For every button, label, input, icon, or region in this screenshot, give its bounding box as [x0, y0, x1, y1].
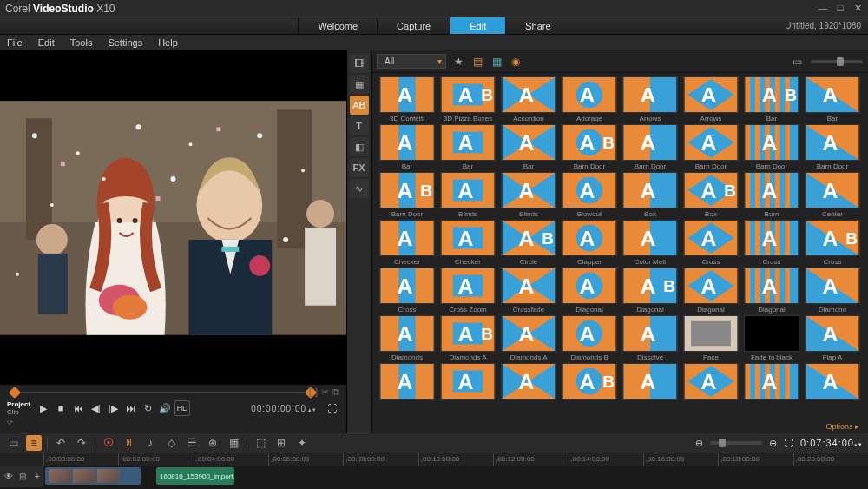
transition-thumb[interactable]: ABCircle — [500, 220, 557, 266]
sidecat-paths[interactable]: ∿ — [350, 179, 369, 198]
menu-help[interactable]: Help — [155, 37, 181, 48]
tab-capture[interactable]: Capture — [377, 17, 450, 34]
tab-share[interactable]: Share — [505, 17, 569, 34]
transition-thumb[interactable]: ABBar — [743, 76, 800, 122]
tab-welcome[interactable]: Welcome — [298, 17, 377, 34]
transition-thumb[interactable]: ACenter — [804, 172, 861, 218]
transition-thumb[interactable]: ABar — [439, 124, 496, 170]
transition-thumb[interactable]: ABarn Door — [743, 124, 800, 170]
transition-thumb[interactable]: ABox — [621, 172, 679, 218]
next-frame-button[interactable]: ⏭ — [122, 400, 138, 416]
storyboard-view-button[interactable]: ▭ — [5, 435, 21, 451]
transition-thumb[interactable]: AFlap A — [804, 315, 861, 361]
undo-button[interactable]: ↶ — [53, 435, 69, 451]
transition-thumb[interactable]: AChecker — [439, 220, 496, 266]
timeline-view-button[interactable]: ≡ — [26, 435, 42, 451]
loop-button[interactable]: ↻ — [140, 400, 155, 416]
transition-thumb[interactable]: AClapper — [561, 220, 618, 266]
fit-button[interactable]: ⛶ — [784, 438, 793, 448]
transition-thumb[interactable]: ADiamond — [804, 268, 861, 314]
menu-settings[interactable]: Settings — [104, 37, 146, 48]
close-icon[interactable]: ✕ — [852, 3, 863, 14]
mode-shuttle-icon[interactable]: ⟳ — [7, 418, 339, 426]
track-motion-button[interactable]: ⊕ — [205, 435, 220, 451]
transition-thumb[interactable]: ADiagonal — [561, 268, 618, 314]
settings-button[interactable]: ✦ — [294, 435, 310, 451]
track-head-video[interactable]: 👁 ⊞ + — [0, 466, 43, 487]
transition-thumb[interactable]: A — [500, 363, 557, 401]
snapshot-icon[interactable]: ⧉ — [332, 387, 339, 398]
sidecat-filters[interactable]: FX — [350, 158, 369, 177]
mark-in-icon[interactable]: [ — [309, 387, 312, 398]
transition-thumb[interactable]: ACross Zoom — [439, 268, 496, 314]
transition-thumb[interactable]: ABlinds — [439, 172, 496, 218]
scrub-handle-start[interactable] — [9, 387, 21, 399]
transition-thumb[interactable]: AAccordion — [500, 76, 557, 122]
transition-thumb[interactable]: A — [378, 363, 436, 401]
favorite-icon[interactable]: ★ — [451, 55, 465, 69]
zoom-out-button[interactable]: ⊖ — [695, 438, 703, 449]
transition-thumb[interactable]: AArrows — [682, 76, 740, 122]
zoom-in-button[interactable]: ⊕ — [769, 438, 777, 449]
transition-thumb[interactable]: ABurn — [743, 172, 800, 218]
transition-thumb[interactable]: ABar — [804, 76, 861, 122]
tab-edit[interactable]: Edit — [450, 17, 505, 34]
group-button[interactable]: ⊞ — [273, 435, 289, 451]
gallery-expand-icon[interactable]: ▭ — [790, 55, 804, 69]
transition-thumb[interactable]: ACross — [743, 220, 800, 266]
thumb-zoom-slider[interactable] — [811, 60, 863, 63]
sidecat-media[interactable]: 🎞 — [350, 54, 369, 73]
rewind-button[interactable]: ◀| — [88, 400, 103, 416]
3d-button[interactable]: ⬚ — [253, 435, 268, 451]
sidecat-graphics[interactable]: ◧ — [350, 137, 369, 156]
transition-thumb[interactable]: ABCross — [804, 220, 861, 266]
audio-mixer-button[interactable]: 🎚 — [122, 435, 137, 451]
transition-thumb[interactable]: AB — [561, 363, 618, 401]
transition-thumb[interactable]: ADiamonds B — [561, 315, 618, 361]
transition-thumb[interactable]: ABar — [378, 124, 436, 170]
minimize-icon[interactable]: — — [818, 3, 828, 14]
apply-all-icon[interactable]: ▦ — [490, 55, 503, 69]
transition-thumb[interactable]: Face — [682, 315, 740, 361]
transition-thumb[interactable]: ACross — [378, 268, 436, 314]
timeline-timecode[interactable]: 0:07:34:00▴▾ — [800, 438, 863, 448]
play-button[interactable]: ▶ — [36, 400, 51, 416]
transition-thumb[interactable]: ABlowout — [561, 172, 618, 218]
transition-thumb[interactable]: ADiamonds — [378, 315, 436, 361]
transition-thumb[interactable]: ADiamonds A — [500, 315, 557, 361]
menu-edit[interactable]: Edit — [35, 37, 58, 48]
transition-thumb[interactable]: A — [743, 363, 800, 401]
clip-video-2[interactable]: 160810_153900_import.mp4 — [156, 467, 234, 485]
transition-thumb[interactable]: AArrows — [621, 76, 679, 122]
hd-toggle[interactable]: HD — [174, 400, 190, 416]
transition-thumb[interactable]: ABBox — [682, 172, 740, 218]
preview-timecode[interactable]: 00:00:00:00▴▾ — [251, 404, 317, 413]
settings-icon[interactable]: ◉ — [509, 55, 523, 69]
menu-file[interactable]: File — [3, 37, 26, 48]
timeline-ruler[interactable]: ,00:00:00:00,00:02:00:00,00:04:00:00,00:… — [0, 453, 868, 466]
stop-button[interactable]: ■ — [53, 400, 69, 416]
auto-music-button[interactable]: ♪ — [142, 435, 158, 451]
apply-random-icon[interactable]: ▤ — [470, 55, 484, 69]
transition-thumb[interactable]: ACross — [682, 220, 740, 266]
transition-thumb[interactable]: ACrossfade — [500, 268, 557, 314]
transition-thumb[interactable]: ABBarn Door — [378, 172, 436, 218]
sidecat-transitions[interactable]: AB — [350, 96, 369, 115]
transition-thumb[interactable]: ABlinds — [500, 172, 557, 218]
transition-thumb[interactable]: ADissolve — [621, 315, 679, 361]
transition-thumb[interactable]: A — [804, 363, 861, 401]
transition-thumb[interactable]: ABBarn Door — [561, 124, 618, 170]
transition-thumb[interactable]: ADiagonal — [682, 268, 740, 314]
transition-thumb[interactable]: ABarn Door — [621, 124, 679, 170]
transition-thumb[interactable]: ABar — [500, 124, 557, 170]
transition-thumb[interactable]: A — [439, 363, 496, 401]
scrubber[interactable]: [ ] ✂ ⧉ — [7, 388, 339, 397]
transition-thumb[interactable]: Fade to black — [743, 315, 800, 361]
menu-tools[interactable]: Tools — [67, 37, 96, 48]
fullscreen-button[interactable]: ⛶ — [324, 400, 339, 416]
transition-thumb[interactable]: A3D Confetti — [378, 76, 436, 122]
transition-thumb[interactable]: AChecker — [378, 220, 436, 266]
preview-viewport[interactable] — [0, 50, 346, 385]
mark-out-icon[interactable]: ] — [315, 387, 318, 398]
split-icon[interactable]: ✂ — [321, 387, 329, 398]
